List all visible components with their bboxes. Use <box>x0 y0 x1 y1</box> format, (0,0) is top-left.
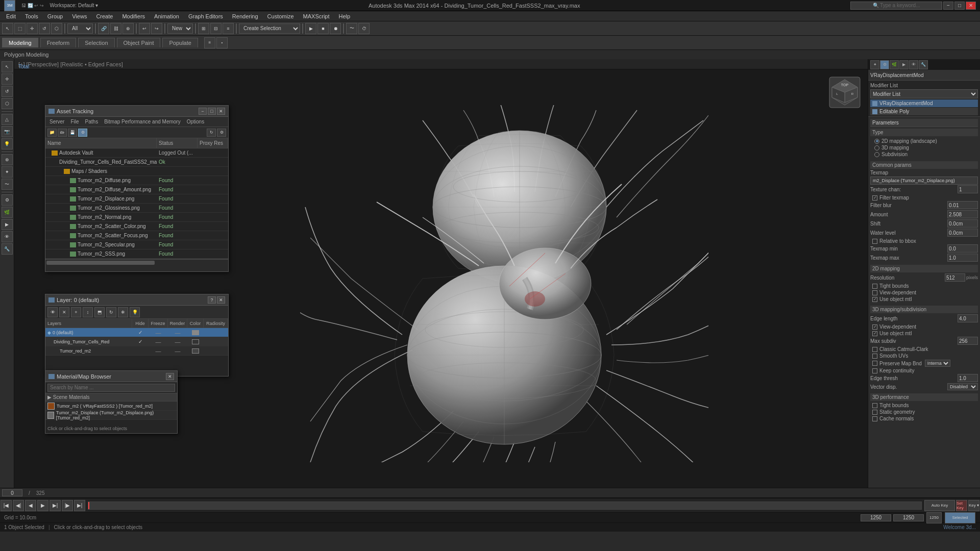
common-params-title[interactable]: Common params <box>870 161 978 169</box>
titlebar-controls[interactable]: 🔍 Type a keyword... − □ ✕ <box>850 2 976 10</box>
view-dependent-cb[interactable]: View-dependent <box>870 289 978 296</box>
lt-rotate[interactable]: ↺ <box>2 86 13 97</box>
curve-btn[interactable]: 〜 <box>346 23 357 34</box>
bind-space-btn[interactable]: ⊕ <box>122 23 134 34</box>
timeline-play[interactable]: ▶ <box>37 500 48 511</box>
material-search[interactable] <box>45 382 177 393</box>
tab-object-paint[interactable]: Object Paint <box>117 38 161 47</box>
extra-btn2[interactable]: • <box>216 37 228 48</box>
layer-tb-light[interactable]: 💡 <box>130 307 140 317</box>
at-menu-bitmap-perf[interactable]: Bitmap Performance and Memory <box>102 119 183 124</box>
tree-row[interactable]: Tumor_m2_Normal.png Found <box>45 213 228 222</box>
resolution-input[interactable] <box>945 273 965 282</box>
layer-tb-copy[interactable]: ⬒ <box>94 307 105 317</box>
lt-select[interactable]: ↖ <box>2 61 13 72</box>
modifier-dropdown[interactable]: Modifier List <box>870 89 978 98</box>
tree-row[interactable]: Tumor_m2_Displace.png Found <box>45 194 228 204</box>
lt-display[interactable]: 👁 <box>2 231 13 242</box>
r-icon-motion[interactable]: ▶ <box>899 60 909 69</box>
layer-question[interactable]: ? <box>208 296 216 304</box>
edge-length-input[interactable] <box>958 314 978 322</box>
menu-graph-editors[interactable]: Graph Editors <box>184 12 227 20</box>
lt-motion[interactable]: ▶ <box>2 219 13 230</box>
layer-tb-move[interactable]: ↕ <box>83 307 93 317</box>
at-close[interactable]: ✕ <box>217 108 225 115</box>
menu-modifiers[interactable]: Modifiers <box>118 12 149 20</box>
menu-views[interactable]: Views <box>68 12 91 20</box>
filter-texmap-cb[interactable]: ✓ Filter texmap <box>870 194 978 201</box>
classic-catmull-cb[interactable]: Classic Catmull-Clark <box>870 346 978 353</box>
use-obj-mtl-cb2[interactable]: ✓ Use object mtl <box>870 330 978 337</box>
layer-close[interactable]: ✕ <box>217 296 225 304</box>
max-subdiv-input[interactable] <box>958 337 978 345</box>
lt-modify[interactable]: ⚙ <box>2 194 13 206</box>
at-maximize[interactable]: □ <box>208 108 216 115</box>
at-minimize[interactable]: − <box>199 108 207 115</box>
cache-normals-cb[interactable]: Cache normals <box>870 415 978 422</box>
lt-hierarchy[interactable]: 🌿 <box>2 207 13 218</box>
stop-btn[interactable]: ■ <box>317 23 329 34</box>
timeline-prev[interactable]: ◀ <box>25 500 36 511</box>
timeline-prev-key[interactable]: ◀| <box>13 500 24 511</box>
timeline-track[interactable] <box>88 502 922 510</box>
material-search-input[interactable] <box>47 384 175 392</box>
type-group-title[interactable]: Type <box>870 129 978 136</box>
material-browser-controls[interactable]: ✕ <box>166 373 174 380</box>
link-btn[interactable]: 🔗 <box>98 23 109 34</box>
lt-shapes[interactable]: △ <box>2 114 13 125</box>
tree-row[interactable]: Tumor_m2_Glossiness.png Found <box>45 204 228 213</box>
help-search[interactable]: 🔍 Type a keyword... <box>850 2 942 10</box>
tree-row[interactable]: Tumor_m2_SSS.png Found <box>45 249 228 259</box>
select-filter[interactable]: All <box>67 23 93 34</box>
radio-3d-mapping[interactable]: 3D mapping <box>874 145 978 151</box>
lt-light[interactable]: 💡 <box>2 138 13 149</box>
at-menu-paths[interactable]: Paths <box>83 119 101 124</box>
undo-btn[interactable]: ↩ <box>139 23 150 34</box>
lt-camera[interactable]: 📷 <box>2 126 13 137</box>
at-menu-options[interactable]: Options <box>185 119 206 124</box>
selected-btn[interactable]: Selected <box>945 512 975 523</box>
mat-item-2[interactable]: Tumor_m2_Displace (Tumor_m2_Displace.png… <box>45 411 177 420</box>
tree-row[interactable]: Tumor_m2_Diffuse_Amount.png Found <box>45 185 228 194</box>
menu-create[interactable]: Create <box>92 12 117 20</box>
layer-tb-ref[interactable]: ↻ <box>106 307 116 317</box>
menu-animation[interactable]: Animation <box>150 12 183 20</box>
menu-group[interactable]: Group <box>43 12 67 20</box>
align-btn[interactable]: ≡ <box>223 23 234 34</box>
mat-item-1[interactable]: Tumor_m2 ( VRayFastSSS2 ) [Tumor_red_m2] <box>45 402 177 411</box>
layer-tb-freeze[interactable]: ❄ <box>118 307 128 317</box>
r-icon-create[interactable]: ✦ <box>870 60 879 69</box>
tight-bounds2-cb[interactable]: Tight bounds <box>870 402 978 409</box>
layer-tb-vis[interactable]: 👁 <box>47 307 58 317</box>
asset-tracking-controls[interactable]: − □ ✕ <box>199 108 225 115</box>
lt-utilities[interactable]: 🔧 <box>2 243 13 255</box>
tree-row[interactable]: Dividing_Tumor_Cells_Red_FastSSS2_max_vr… <box>45 158 228 167</box>
extra-btn1[interactable]: ≡ <box>204 37 215 48</box>
modifier-editable-poly[interactable]: Editable Poly <box>870 108 978 115</box>
timeline-set-key[interactable]: Set Key <box>956 500 967 511</box>
tab-freeform[interactable]: Freeform <box>40 38 77 47</box>
redo-btn[interactable]: ↪ <box>151 23 162 34</box>
amount-input[interactable] <box>947 210 978 218</box>
tree-row[interactable]: Tumor_m2_Diffuse.png Found <box>45 176 228 185</box>
radio-subdivision[interactable]: Subdivision <box>874 152 978 157</box>
at-tb-active[interactable]: ⚙ <box>78 129 87 137</box>
r-icon-utilities[interactable]: 🔧 <box>919 60 928 69</box>
array-btn[interactable]: ⊟ <box>210 23 222 34</box>
3d-perf-title[interactable]: 3D performance <box>870 393 978 401</box>
layer-tb-add[interactable]: + <box>71 307 81 317</box>
texmap-value[interactable]: m2_Displace (Tumor_m2_Displace.png) <box>870 177 978 185</box>
scrollbar-thumb[interactable] <box>46 261 155 265</box>
2d-mapping-title[interactable]: 2D mapping <box>870 265 978 272</box>
close-btn[interactable]: ✕ <box>966 2 976 10</box>
texmap-min-input[interactable] <box>947 244 978 253</box>
record-btn[interactable]: ⏺ <box>330 23 341 34</box>
tab-populate[interactable]: Populate <box>162 38 198 47</box>
preserve-map-cb[interactable]: Preserve Map Bnd Internal <box>870 359 978 367</box>
menu-help[interactable]: Help <box>335 12 355 20</box>
asset-scrollbar[interactable] <box>45 259 228 265</box>
shift-input[interactable] <box>947 219 978 228</box>
menu-customize[interactable]: Customize <box>263 12 298 20</box>
edge-thresh-input[interactable] <box>958 374 978 382</box>
snap-dropdown[interactable]: Create Selection <box>239 23 300 34</box>
